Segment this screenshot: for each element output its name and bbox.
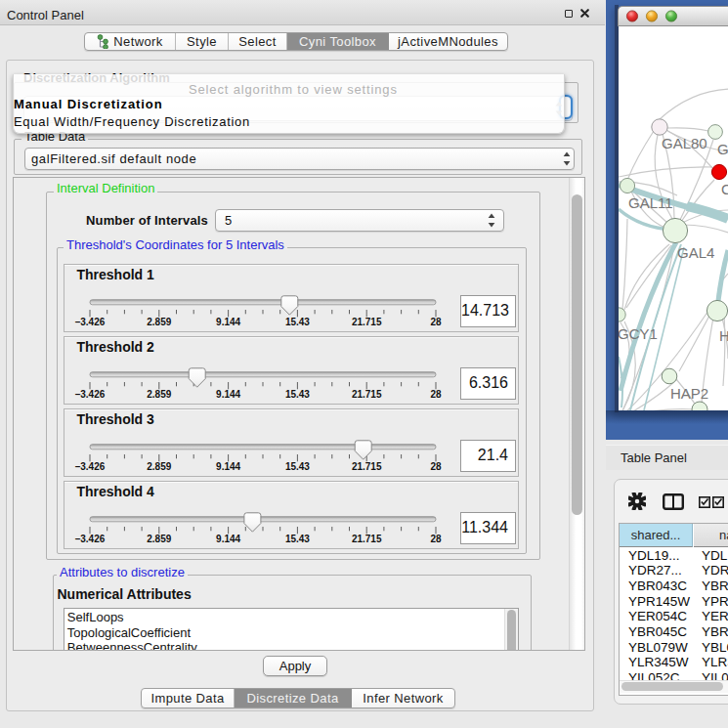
svg-text:–3.426: –3.426: [75, 534, 106, 544]
svg-text:15.43: 15.43: [285, 389, 310, 400]
svg-text:–3.426: –3.426: [75, 317, 106, 327]
svg-text:2.859: 2.859: [147, 317, 171, 327]
svg-text:15.43: 15.43: [285, 317, 310, 327]
svg-text:2.859: 2.859: [147, 389, 171, 400]
svg-text:GCY1: GCY1: [619, 325, 658, 342]
svg-text:9.144: 9.144: [216, 317, 240, 327]
svg-text:H: H: [719, 327, 728, 344]
svg-text:28: 28: [430, 317, 442, 327]
svg-text:28: 28: [430, 389, 442, 400]
svg-text:GAL4: GAL4: [677, 244, 714, 261]
svg-text:21.715: 21.715: [352, 534, 382, 544]
svg-text:–3.426: –3.426: [75, 461, 106, 472]
svg-text:9.144: 9.144: [216, 461, 240, 472]
svg-text:21.715: 21.715: [352, 461, 382, 472]
svg-text:2.859: 2.859: [147, 534, 171, 544]
svg-text:–3.426: –3.426: [75, 389, 106, 400]
svg-text:GAL11: GAL11: [628, 194, 673, 211]
svg-text:15.43: 15.43: [285, 461, 310, 472]
svg-text:GA: GA: [717, 141, 728, 157]
svg-text:21.715: 21.715: [352, 317, 382, 327]
svg-text:HAP2: HAP2: [670, 385, 708, 402]
svg-text:9.144: 9.144: [216, 389, 240, 400]
svg-text:2.859: 2.859: [147, 461, 171, 472]
svg-text:GAL80: GAL80: [662, 135, 707, 151]
svg-text:15.43: 15.43: [285, 534, 310, 544]
svg-text:C: C: [721, 181, 728, 197]
svg-text:9.144: 9.144: [216, 534, 240, 544]
svg-text:21.715: 21.715: [352, 389, 382, 400]
svg-text:28: 28: [430, 461, 442, 472]
svg-text:28: 28: [430, 534, 442, 544]
